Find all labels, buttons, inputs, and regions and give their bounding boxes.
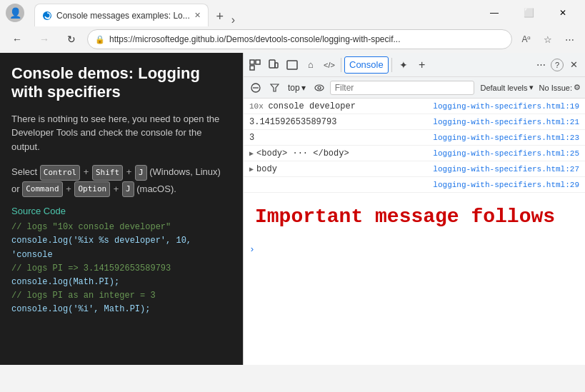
- context-select[interactable]: top ▾: [285, 81, 309, 94]
- left-panel: Console demos: Logging with specifiers T…: [0, 53, 243, 365]
- svg-rect-2: [256, 60, 260, 64]
- kbd-control: Control: [40, 165, 80, 181]
- svg-rect-6: [287, 61, 297, 69]
- dt-close-icon[interactable]: ✕: [565, 56, 582, 74]
- toolbar-separator: [341, 58, 341, 72]
- favorites-icon[interactable]: ☆: [538, 29, 558, 49]
- console-row-link[interactable]: logging-with-specifiers.html:23: [433, 134, 579, 142]
- important-message-text: Important message follows: [255, 204, 574, 230]
- toolbar-separator2: [391, 58, 392, 72]
- console-row: 3 logging-with-specifiers.html:23: [244, 130, 585, 146]
- console-row-link[interactable]: logging-with-specifiers.html:29: [433, 181, 579, 189]
- code-line-5: // logs PI as an integer = 3: [11, 289, 231, 303]
- dt-elements-icon[interactable]: [284, 56, 301, 74]
- url-text: https://microsoftedge.github.io/Demos/de…: [109, 34, 504, 44]
- devtools-toolbar: ⌂ </> Console ✦ + ⋯ ? ✕: [244, 53, 585, 77]
- window-controls: — ⬜ ✕: [478, 0, 579, 26]
- minimize-button[interactable]: —: [478, 0, 511, 26]
- expand-arrow-icon[interactable]: ▶: [249, 149, 254, 158]
- svg-point-11: [318, 86, 321, 89]
- refresh-button[interactable]: ↻: [60, 28, 83, 51]
- context-label: top: [288, 83, 300, 93]
- console-row-link[interactable]: logging-with-specifiers.html:27: [433, 165, 579, 174]
- kbd-j2: J: [122, 181, 134, 197]
- dt-help-icon[interactable]: ?: [551, 59, 564, 71]
- console-row-link[interactable]: logging-with-specifiers.html:19: [433, 102, 579, 111]
- code-line-6: console.log('%i', Math.PI);: [11, 303, 231, 316]
- dt-more-icon[interactable]: ⋯: [532, 56, 549, 74]
- edge-icon: [42, 11, 52, 21]
- context-chevron: ▾: [301, 83, 306, 93]
- code-line-1: // logs "10x console developer": [11, 221, 231, 234]
- tab-label: Console messages examples: Lo...: [56, 11, 190, 21]
- forward-button[interactable]: →: [33, 28, 56, 51]
- console-output: 10x console developer logging-with-speci…: [244, 99, 585, 365]
- code-line-2: console.log('%ix %s developer', 10, 'con…: [11, 234, 231, 261]
- console-row: ▶ <body> ··· </body> logging-with-specif…: [244, 146, 585, 161]
- console-row: logging-with-specifiers.html:29: [244, 177, 585, 193]
- no-issue-label: No Issue: ⚙: [539, 83, 581, 92]
- code-block: // logs "10x console developer" console.…: [11, 221, 231, 316]
- console-row-text: 3: [249, 133, 427, 143]
- address-bar: ← → ↻ 🔒 https://microsoftedge.github.io/…: [0, 26, 585, 53]
- kbd-command: Command: [22, 181, 62, 197]
- maximize-button[interactable]: ⬜: [512, 0, 545, 26]
- tab-list-chevron[interactable]: ›: [231, 14, 235, 26]
- close-button[interactable]: ✕: [546, 0, 579, 26]
- browser-settings-icon[interactable]: ⋯: [559, 29, 579, 49]
- dt-device-icon[interactable]: [265, 56, 282, 74]
- prompt-icon: ›: [249, 244, 255, 255]
- console-toolbar: top ▾ Default levels ▾ No Issue: ⚙: [244, 77, 585, 99]
- filter-icon[interactable]: [266, 80, 282, 96]
- lock-icon: 🔒: [95, 35, 105, 44]
- source-code-section: Source Code // logs "10x console develop…: [11, 206, 231, 316]
- console-row-link[interactable]: logging-with-specifiers.html:25: [433, 149, 579, 158]
- url-bar[interactable]: 🔒 https://microsoftedge.github.io/Demos/…: [87, 29, 512, 49]
- avatar-icon[interactable]: 👤: [6, 4, 24, 22]
- title-bar: 👤 Console messages examples: Lo... ✕ + ›…: [0, 0, 585, 26]
- kbd-option: Option: [74, 181, 110, 197]
- dt-add-icon[interactable]: +: [414, 56, 431, 74]
- expand-arrow-icon[interactable]: ▶: [249, 165, 254, 174]
- dt-source-icon[interactable]: </>: [321, 56, 338, 74]
- default-levels-select[interactable]: Default levels ▾: [480, 83, 533, 92]
- dt-lighthouse-icon[interactable]: ✦: [395, 56, 412, 74]
- devtools-panel: ⌂ </> Console ✦ + ⋯ ? ✕ top ▾: [243, 53, 585, 365]
- tab-bar: Console messages examples: Lo... ✕ + ›: [29, 0, 474, 26]
- dt-inspect-icon[interactable]: [246, 56, 264, 74]
- console-tab[interactable]: Console: [344, 56, 389, 74]
- page-title: Console demos: Logging with specifiers: [11, 64, 231, 102]
- default-levels-label: Default levels: [480, 84, 527, 92]
- browser-tab[interactable]: Console messages examples: Lo... ✕: [34, 4, 209, 26]
- default-levels-chevron: ▾: [529, 83, 534, 92]
- console-row-text: body: [256, 164, 427, 174]
- svg-point-10: [315, 85, 324, 91]
- svg-marker-9: [271, 84, 279, 91]
- svg-rect-1: [250, 60, 254, 64]
- tab-close-button[interactable]: ✕: [194, 11, 201, 20]
- profile-icon[interactable]: Aᵅ: [516, 29, 536, 49]
- console-row-text: 10x console developer: [249, 101, 427, 111]
- console-row: 10x console developer logging-with-speci…: [244, 99, 585, 114]
- filter-input[interactable]: [330, 81, 475, 95]
- main-content: Console demos: Logging with specifiers T…: [0, 53, 585, 365]
- back-button[interactable]: ←: [6, 28, 29, 51]
- console-row-link[interactable]: logging-with-specifiers.html:21: [433, 118, 579, 126]
- new-tab-button[interactable]: +: [210, 6, 230, 26]
- console-tab-label: Console: [349, 59, 384, 70]
- svg-rect-3: [250, 66, 254, 70]
- eye-icon[interactable]: [311, 80, 327, 96]
- source-code-title: Source Code: [11, 206, 231, 216]
- console-row-text: 3.141592653589793: [249, 117, 427, 127]
- console-row: ▶ body logging-with-specifiers.html:27: [244, 161, 585, 177]
- kbd-shift: Shift: [92, 165, 123, 181]
- keyboard-shortcut-line: Select Control + Shift + J (Windows, Lin…: [11, 164, 231, 197]
- svg-rect-4: [269, 60, 275, 68]
- console-settings-icon[interactable]: ⚙: [574, 83, 581, 92]
- code-line-3: // logs PI => 3.141592653589793: [11, 262, 231, 276]
- clear-console-icon[interactable]: [248, 80, 264, 96]
- console-row: 3.141592653589793 logging-with-specifier…: [244, 114, 585, 130]
- dt-home-icon[interactable]: ⌂: [302, 56, 319, 74]
- svg-rect-5: [275, 63, 278, 68]
- code-line-4: console.log(Math.PI);: [11, 276, 231, 289]
